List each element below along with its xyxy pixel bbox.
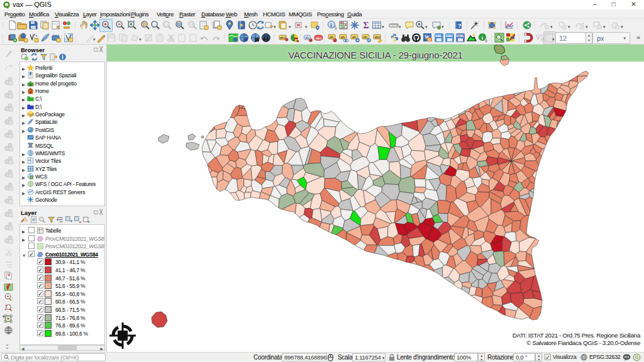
svg-text:ab: ab	[341, 35, 345, 39]
svg-text:abc: abc	[316, 36, 322, 40]
svg-text:KMZ: KMZ	[446, 34, 453, 38]
svg-text:abc: abc	[375, 35, 381, 39]
svg-text:Σ: Σ	[364, 21, 369, 30]
svg-text:ab: ab	[330, 35, 334, 39]
svg-text:KML: KML	[435, 34, 442, 38]
svg-text:V: V	[536, 34, 540, 41]
svg-text:ab: ab	[352, 35, 357, 39]
svg-text:abc: abc	[280, 36, 286, 40]
svg-text:HTML: HTML	[457, 35, 465, 38]
svg-text:1:1: 1:1	[164, 23, 169, 26]
svg-text:?: ?	[458, 23, 462, 29]
svg-text:ab: ab	[305, 36, 309, 40]
svg-text:ab: ab	[364, 35, 368, 39]
